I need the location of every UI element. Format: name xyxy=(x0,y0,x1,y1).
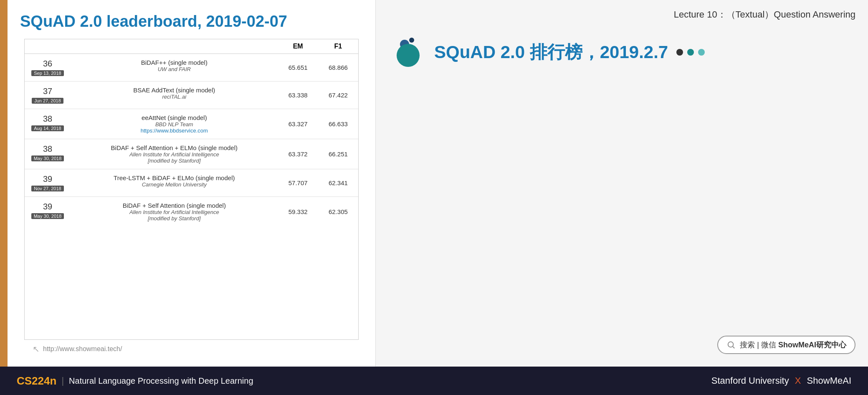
divider: | xyxy=(61,375,64,386)
rank-date: May 30, 2018 xyxy=(31,213,64,219)
rank-cell: 38 Aug 14, 2018 xyxy=(25,109,71,139)
search-text: 搜索 | 微信 ShowMeAI研究中心 xyxy=(740,340,846,350)
x-separator: X xyxy=(795,375,801,386)
model-cell: Tree-LSTM + BiDAF + ELMo (single model)C… xyxy=(71,169,278,197)
rank-cell: 37 Jun 27, 2018 xyxy=(25,82,71,109)
right-panel: Lecture 10：（Textual）Question Answering S… xyxy=(376,0,868,367)
f1-score: 66.633 xyxy=(318,109,358,139)
em-score: 63.372 xyxy=(278,139,318,169)
rank-number: 38 xyxy=(28,114,67,124)
rank-cell: 36 Sep 13, 2018 xyxy=(25,54,71,82)
bottom-bar: CS224n | Natural Language Processing wit… xyxy=(0,367,868,395)
model-name: BiDAF + Self Attention (single model) xyxy=(74,202,275,209)
col-model-header xyxy=(71,39,278,54)
svg-point-0 xyxy=(728,342,734,347)
dot-dark xyxy=(676,49,683,56)
rank-date: Jun 27, 2018 xyxy=(32,98,63,104)
model-org2: [modified by Stanford] xyxy=(74,215,275,222)
em-score: 57.707 xyxy=(278,169,318,197)
rank-date: May 30, 2018 xyxy=(31,155,64,161)
rank-cell: 38 May 30, 2018 xyxy=(25,139,71,169)
table-row: 37 Jun 27, 2018 BSAE AddText (single mod… xyxy=(25,82,358,109)
rank-number: 39 xyxy=(28,202,67,212)
slide-title: SQuAD 2.0 leaderboard, 2019-02-07 xyxy=(20,13,363,31)
model-org2: [modified by Stanford] xyxy=(74,158,275,164)
logo-dot xyxy=(409,38,414,43)
model-cell: BiDAF++ (single model)UW and FAIR xyxy=(71,54,278,82)
em-score: 63.327 xyxy=(278,109,318,139)
chinese-title-row: SQuAD 2.0 排行榜，2019.2.7 xyxy=(397,38,717,67)
rank-number: 37 xyxy=(28,87,67,96)
lecture-title: Lecture 10：（Textual）Question Answering xyxy=(388,8,855,21)
search-icon xyxy=(726,340,736,349)
model-link: https://www.bbdservice.com xyxy=(74,127,275,134)
rank-date: Aug 14, 2018 xyxy=(31,125,63,131)
showmeai-logo xyxy=(397,38,426,67)
rank-number: 38 xyxy=(28,144,67,154)
rank-cell: 39 Nov 27, 2018 xyxy=(25,169,71,197)
col-em-header: EM xyxy=(278,39,318,54)
search-box[interactable]: 搜索 | 微信 ShowMeAI研究中心 xyxy=(717,336,855,354)
rank-date: Nov 27, 2018 xyxy=(31,186,63,191)
rank-number: 36 xyxy=(28,59,67,69)
showmeai-text: ShowMeAI xyxy=(807,375,851,386)
cursor-icon: ↖ xyxy=(33,344,40,354)
rank-cell: 39 May 30, 2018 xyxy=(25,197,71,227)
model-cell: BSAE AddText (single model)reciTAL.ai xyxy=(71,82,278,109)
footer-url: http://www.showmeai.tech/ xyxy=(43,345,122,353)
dot-light-teal xyxy=(698,49,705,56)
course-label: CS224n | Natural Language Processing wit… xyxy=(17,375,253,387)
em-score: 65.651 xyxy=(278,54,318,82)
model-cell: eeAttNet (single model)BBD NLP Teamhttps… xyxy=(71,109,278,139)
col-f1-header: F1 xyxy=(318,39,358,54)
model-name: BSAE AddText (single model) xyxy=(74,87,275,94)
em-score: 59.332 xyxy=(278,197,318,227)
model-cell: BiDAF + Self Attention + ELMo (single mo… xyxy=(71,139,278,169)
search-bold-text: ShowMeAI研究中心 xyxy=(778,341,846,349)
table-row: 38 May 30, 2018 BiDAF + Self Attention +… xyxy=(25,139,358,169)
table-row: 38 Aug 14, 2018 eeAttNet (single model)B… xyxy=(25,109,358,139)
model-org: BBD NLP Team xyxy=(74,121,275,127)
bottom-right: Stanford University X ShowMeAI xyxy=(711,375,851,386)
model-org: Allen Institute for Artificial Intellige… xyxy=(74,151,275,158)
slide-accent-border xyxy=(0,0,8,367)
model-cell: BiDAF + Self Attention (single model)All… xyxy=(71,197,278,227)
model-name: eeAttNet (single model) xyxy=(74,114,275,121)
svg-line-1 xyxy=(733,347,735,348)
model-org: UW and FAIR xyxy=(74,66,275,72)
left-slide-panel: SQuAD 2.0 leaderboard, 2019-02-07 EM F1 … xyxy=(0,0,376,367)
logo-circle-big xyxy=(397,44,420,67)
leaderboard-table-container: EM F1 36 Sep 13, 2018 BiDAF++ (single mo… xyxy=(24,39,359,340)
chinese-title: SQuAD 2.0 排行榜，2019.2.7 xyxy=(434,41,668,64)
model-org: reciTAL.ai xyxy=(74,94,275,100)
model-name: BiDAF++ (single model) xyxy=(74,59,275,66)
model-org: Carnegie Mellon University xyxy=(74,181,275,188)
rank-number: 39 xyxy=(28,174,67,184)
dots-row xyxy=(676,49,705,56)
course-name: Natural Language Processing with Deep Le… xyxy=(69,376,253,386)
f1-score: 68.866 xyxy=(318,54,358,82)
model-name: Tree-LSTM + BiDAF + ELMo (single model) xyxy=(74,174,275,181)
col-rank-header xyxy=(25,39,71,54)
model-name: BiDAF + Self Attention + ELMo (single mo… xyxy=(74,144,275,151)
dot-teal xyxy=(687,49,694,56)
rank-date: Sep 13, 2018 xyxy=(31,70,63,76)
f1-score: 62.341 xyxy=(318,169,358,197)
stanford-text: Stanford University xyxy=(711,375,789,386)
table-row: 36 Sep 13, 2018 BiDAF++ (single model)UW… xyxy=(25,54,358,82)
model-org: Allen Institute for Artificial Intellige… xyxy=(74,209,275,215)
table-row: 39 Nov 27, 2018 Tree-LSTM + BiDAF + ELMo… xyxy=(25,169,358,197)
f1-score: 66.251 xyxy=(318,139,358,169)
course-code: CS224n xyxy=(17,375,56,387)
table-row: 39 May 30, 2018 BiDAF + Self Attention (… xyxy=(25,197,358,227)
slide-footer: ↖ http://www.showmeai.tech/ xyxy=(20,340,363,358)
em-score: 63.338 xyxy=(278,82,318,109)
leaderboard-table: EM F1 36 Sep 13, 2018 BiDAF++ (single mo… xyxy=(25,39,358,227)
right-slide-content: SQuAD 2.0 排行榜，2019.2.7 xyxy=(388,38,855,67)
f1-score: 67.422 xyxy=(318,82,358,109)
f1-score: 62.305 xyxy=(318,197,358,227)
